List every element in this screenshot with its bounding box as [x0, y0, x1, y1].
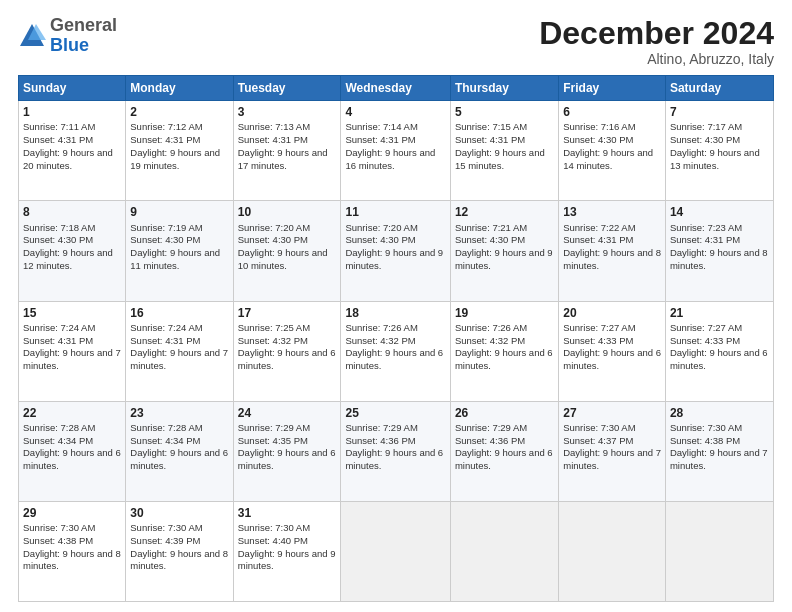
calendar-row-2: 15Sunrise: 7:24 AMSunset: 4:31 PMDayligh…	[19, 301, 774, 401]
calendar-cell-30: 30Sunrise: 7:30 AMSunset: 4:39 PMDayligh…	[126, 501, 233, 601]
calendar-cell-20: 20Sunrise: 7:27 AMSunset: 4:33 PMDayligh…	[559, 301, 666, 401]
calendar-cell-19: 19Sunrise: 7:26 AMSunset: 4:32 PMDayligh…	[450, 301, 558, 401]
calendar-cell-3: 3Sunrise: 7:13 AMSunset: 4:31 PMDaylight…	[233, 101, 341, 201]
calendar-cell-31: 31Sunrise: 7:30 AMSunset: 4:40 PMDayligh…	[233, 501, 341, 601]
calendar-cell-13: 13Sunrise: 7:22 AMSunset: 4:31 PMDayligh…	[559, 201, 666, 301]
calendar-cell-2: 2Sunrise: 7:12 AMSunset: 4:31 PMDaylight…	[126, 101, 233, 201]
calendar-row-0: 1Sunrise: 7:11 AMSunset: 4:31 PMDaylight…	[19, 101, 774, 201]
col-sunday: Sunday	[19, 76, 126, 101]
title-block: December 2024 Altino, Abruzzo, Italy	[539, 16, 774, 67]
calendar-cell-25: 25Sunrise: 7:29 AMSunset: 4:36 PMDayligh…	[341, 401, 450, 501]
calendar-cell-4: 4Sunrise: 7:14 AMSunset: 4:31 PMDaylight…	[341, 101, 450, 201]
calendar-cell-8: 8Sunrise: 7:18 AMSunset: 4:30 PMDaylight…	[19, 201, 126, 301]
calendar-cell-9: 9Sunrise: 7:19 AMSunset: 4:30 PMDaylight…	[126, 201, 233, 301]
logo-text: General Blue	[50, 16, 117, 56]
calendar-cell-28: 28Sunrise: 7:30 AMSunset: 4:38 PMDayligh…	[665, 401, 773, 501]
col-wednesday: Wednesday	[341, 76, 450, 101]
calendar-header-row: Sunday Monday Tuesday Wednesday Thursday…	[19, 76, 774, 101]
calendar-cell-23: 23Sunrise: 7:28 AMSunset: 4:34 PMDayligh…	[126, 401, 233, 501]
calendar-cell-27: 27Sunrise: 7:30 AMSunset: 4:37 PMDayligh…	[559, 401, 666, 501]
calendar-cell-empty	[665, 501, 773, 601]
calendar-cell-15: 15Sunrise: 7:24 AMSunset: 4:31 PMDayligh…	[19, 301, 126, 401]
calendar-cell-18: 18Sunrise: 7:26 AMSunset: 4:32 PMDayligh…	[341, 301, 450, 401]
calendar-cell-7: 7Sunrise: 7:17 AMSunset: 4:30 PMDaylight…	[665, 101, 773, 201]
logo-blue: Blue	[50, 35, 89, 55]
calendar-cell-empty	[341, 501, 450, 601]
location: Altino, Abruzzo, Italy	[539, 51, 774, 67]
logo-icon	[18, 22, 46, 50]
calendar-cell-12: 12Sunrise: 7:21 AMSunset: 4:30 PMDayligh…	[450, 201, 558, 301]
calendar-cell-26: 26Sunrise: 7:29 AMSunset: 4:36 PMDayligh…	[450, 401, 558, 501]
calendar-cell-16: 16Sunrise: 7:24 AMSunset: 4:31 PMDayligh…	[126, 301, 233, 401]
calendar-cell-29: 29Sunrise: 7:30 AMSunset: 4:38 PMDayligh…	[19, 501, 126, 601]
calendar-cell-empty	[559, 501, 666, 601]
calendar-table: Sunday Monday Tuesday Wednesday Thursday…	[18, 75, 774, 602]
calendar-cell-5: 5Sunrise: 7:15 AMSunset: 4:31 PMDaylight…	[450, 101, 558, 201]
col-tuesday: Tuesday	[233, 76, 341, 101]
logo: General Blue	[18, 16, 117, 56]
page: General Blue December 2024 Altino, Abruz…	[0, 0, 792, 612]
month-title: December 2024	[539, 16, 774, 51]
calendar-cell-10: 10Sunrise: 7:20 AMSunset: 4:30 PMDayligh…	[233, 201, 341, 301]
logo-general: General	[50, 15, 117, 35]
calendar-cell-17: 17Sunrise: 7:25 AMSunset: 4:32 PMDayligh…	[233, 301, 341, 401]
col-friday: Friday	[559, 76, 666, 101]
calendar-row-4: 29Sunrise: 7:30 AMSunset: 4:38 PMDayligh…	[19, 501, 774, 601]
col-monday: Monday	[126, 76, 233, 101]
calendar-cell-22: 22Sunrise: 7:28 AMSunset: 4:34 PMDayligh…	[19, 401, 126, 501]
calendar-cell-14: 14Sunrise: 7:23 AMSunset: 4:31 PMDayligh…	[665, 201, 773, 301]
calendar-cell-1: 1Sunrise: 7:11 AMSunset: 4:31 PMDaylight…	[19, 101, 126, 201]
calendar-row-3: 22Sunrise: 7:28 AMSunset: 4:34 PMDayligh…	[19, 401, 774, 501]
calendar-cell-11: 11Sunrise: 7:20 AMSunset: 4:30 PMDayligh…	[341, 201, 450, 301]
calendar-cell-6: 6Sunrise: 7:16 AMSunset: 4:30 PMDaylight…	[559, 101, 666, 201]
header: General Blue December 2024 Altino, Abruz…	[18, 16, 774, 67]
calendar-row-1: 8Sunrise: 7:18 AMSunset: 4:30 PMDaylight…	[19, 201, 774, 301]
calendar-cell-24: 24Sunrise: 7:29 AMSunset: 4:35 PMDayligh…	[233, 401, 341, 501]
col-saturday: Saturday	[665, 76, 773, 101]
col-thursday: Thursday	[450, 76, 558, 101]
calendar-cell-empty	[450, 501, 558, 601]
calendar-cell-21: 21Sunrise: 7:27 AMSunset: 4:33 PMDayligh…	[665, 301, 773, 401]
